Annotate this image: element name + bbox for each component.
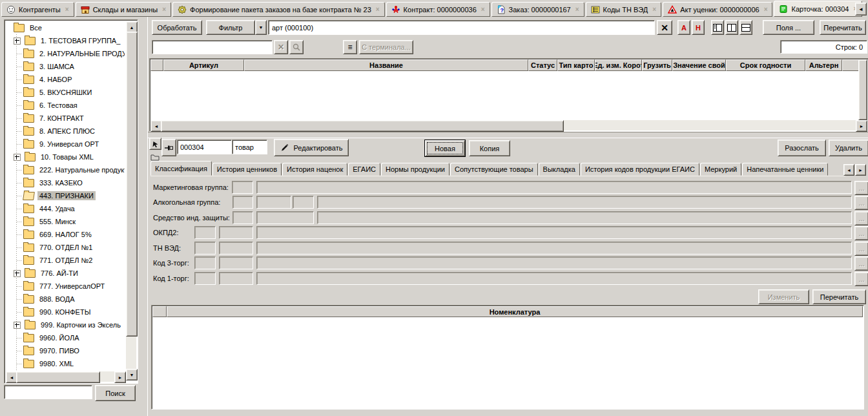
scroll-right-button[interactable]: ►: [856, 120, 867, 132]
close-icon[interactable]: ×: [65, 6, 69, 13]
horizontal-splitter[interactable]: [148, 132, 868, 138]
nomenclature-col-selector[interactable]: [152, 306, 167, 317]
grid-col-artikul[interactable]: Артикул: [163, 59, 244, 71]
copy-button[interactable]: Копия: [469, 140, 510, 156]
tree-item[interactable]: 1. ТЕСТОВАЯ ГРУППА_: [6, 34, 125, 47]
reread-nomenclature-button[interactable]: Перечитать: [812, 289, 866, 304]
scroll-down-button[interactable]: ▼: [126, 369, 138, 380]
tree-item-selected[interactable]: 443. ПРИЗНАКИ: [6, 189, 125, 202]
filter-dropdown-button[interactable]: ▼: [255, 20, 267, 35]
close-icon[interactable]: ×: [764, 6, 768, 13]
tab-zakaz[interactable]: ? Заказ: 0000000167 ×: [491, 2, 584, 17]
tree-item[interactable]: 770. ОТДЕЛ №1: [6, 241, 125, 254]
card-tab-vykladka[interactable]: Выкладка: [539, 163, 580, 176]
expand-icon[interactable]: [14, 322, 21, 329]
tab-scroll-left-button[interactable]: ◄: [855, 3, 867, 16]
scrollbar-thumb[interactable]: [126, 32, 138, 337]
fields-button[interactable]: Поля ...: [763, 20, 814, 35]
scrollbar-thumb[interactable]: [16, 371, 100, 383]
select-mode-button[interactable]: [149, 138, 161, 150]
tree-item[interactable]: 333. КАЗЕКО: [6, 176, 125, 189]
nomenclature-col-title[interactable]: Номенклатура: [167, 306, 863, 317]
tree-item[interactable]: 3. ШАМСА: [6, 60, 125, 73]
tree-horizontal-scrollbar[interactable]: ◄ ►: [6, 371, 126, 382]
sidebar-search-input[interactable]: [4, 385, 92, 399]
close-icon[interactable]: ×: [376, 6, 380, 13]
grid-col-nazvanie[interactable]: Название: [244, 59, 528, 71]
tree-vertical-scrollbar[interactable]: ▲ ▼: [126, 21, 136, 380]
grid-body-empty[interactable]: [150, 71, 860, 120]
okpd2-code-field[interactable]: [194, 226, 216, 239]
protection-name-field[interactable]: [317, 211, 852, 224]
tree-item[interactable]: 888. ВОДА: [6, 293, 125, 306]
grid-horizontal-scrollbar[interactable]: ◄ ►: [150, 120, 867, 130]
grid-col-selector[interactable]: [150, 59, 163, 71]
letter-n-button[interactable]: Н: [692, 20, 705, 35]
tree-root-item[interactable]: Все: [6, 21, 125, 34]
tree-item[interactable]: 9. Универсал ОРТ: [6, 138, 125, 151]
tnved-code2-field[interactable]: [219, 242, 253, 255]
tree-item[interactable]: 9960. ЙОЛА: [6, 331, 125, 344]
split-vertical-view-button[interactable]: [725, 20, 738, 35]
edit-button[interactable]: Редактировать: [274, 139, 349, 156]
tree-item[interactable]: 777. УниверсалОРТ: [6, 280, 125, 293]
new-button[interactable]: Новая: [425, 140, 465, 156]
tree-item[interactable]: 222. Натуральные продукт: [6, 163, 125, 176]
tree-item[interactable]: 10. Товары XML: [6, 151, 125, 163]
delete-button[interactable]: Удалить: [829, 140, 868, 156]
kod1-code-field[interactable]: [194, 272, 216, 285]
close-icon[interactable]: ×: [481, 6, 485, 13]
card-tab-egais[interactable]: ЕГАИС: [348, 163, 380, 176]
alcohol-code2-field[interactable]: [256, 196, 291, 209]
tree-item[interactable]: 2. НАТУРАЛЬНЫЕ ПРОДУ: [6, 47, 125, 60]
split-horizontal-view-button[interactable]: [739, 20, 752, 35]
tree-item[interactable]: 9980. XML: [6, 357, 125, 370]
tab-kody-tnved[interactable]: Коды ТН ВЭД ×: [586, 2, 662, 17]
close-icon[interactable]: ×: [162, 6, 166, 13]
card-tab-istoria-nacenok[interactable]: История наценок: [282, 163, 347, 176]
tree-item[interactable]: 4. НАБОР: [6, 73, 125, 86]
card-tab-napechatannye[interactable]: Напечатанные ценники: [742, 163, 828, 176]
card-tab-merkuriy[interactable]: Меркурий: [700, 163, 741, 176]
grid-col-srok[interactable]: Срок годности: [726, 59, 805, 71]
grid-col-status[interactable]: Статус: [528, 59, 557, 71]
pin-button[interactable]: [161, 139, 176, 156]
grid-col-znachenie[interactable]: Значение свой: [672, 59, 726, 71]
tree-item[interactable]: 776. АЙ-ТИ: [6, 267, 125, 280]
tree-item[interactable]: 999. Карточки из Эксель: [6, 318, 125, 331]
tab-akt-ucenki[interactable]: Акт уценки: 0000000006 ×: [663, 2, 772, 17]
expand-icon[interactable]: [14, 270, 21, 277]
sidebar-search-button[interactable]: Поиск: [95, 385, 136, 401]
tnved-code-field[interactable]: [194, 242, 216, 255]
tree-item[interactable]: 771. ОТДЕЛ №2: [6, 254, 125, 267]
split-left-view-button[interactable]: [711, 20, 724, 35]
tab-kartochka-active[interactable]: Карточка: 000304 ×: [774, 1, 862, 17]
marketing-name-field[interactable]: [256, 181, 852, 194]
okpd2-code2-field[interactable]: [219, 226, 253, 239]
filter-button[interactable]: Фильтр: [206, 20, 255, 35]
tree-item[interactable]: 9970. ПИВО: [6, 344, 125, 357]
alcohol-name-field[interactable]: [317, 196, 852, 209]
kod1-name-field[interactable]: [256, 272, 852, 285]
scrollbar-thumb[interactable]: [161, 120, 564, 132]
tree-item[interactable]: 669. НАЛОГ 5%: [6, 228, 125, 241]
tree-item[interactable]: 555. Минск: [6, 215, 125, 228]
card-kind-field[interactable]: товар: [232, 140, 267, 154]
tab-sklady[interactable]: Склады и магазины ×: [76, 2, 171, 17]
expand-icon[interactable]: [14, 154, 21, 161]
send-button[interactable]: Разослать: [778, 140, 826, 156]
grid-col-ed-izm[interactable]: Ед. изм. Корот: [595, 59, 642, 71]
list-menu-button[interactable]: ≡: [343, 40, 357, 54]
tab-kontrakt[interactable]: Контракт: 0000000036 ×: [386, 2, 490, 17]
marketing-code-field[interactable]: [232, 181, 253, 194]
kod1-code2-field[interactable]: [219, 272, 253, 285]
tnved-name-field[interactable]: [256, 242, 852, 255]
quick-search-input[interactable]: [152, 40, 273, 54]
tab-formirovanie[interactable]: Формирование пакета заказов на базе конт…: [172, 2, 385, 17]
letter-a-button[interactable]: А: [677, 20, 690, 35]
okpd2-name-field[interactable]: [256, 226, 852, 239]
tab-kontragenty[interactable]: Контрагенты ×: [1, 2, 74, 17]
clear-filter-button[interactable]: ✕: [657, 20, 672, 35]
protection-code2-field[interactable]: [256, 211, 314, 224]
scroll-right-button[interactable]: ►: [114, 371, 126, 383]
